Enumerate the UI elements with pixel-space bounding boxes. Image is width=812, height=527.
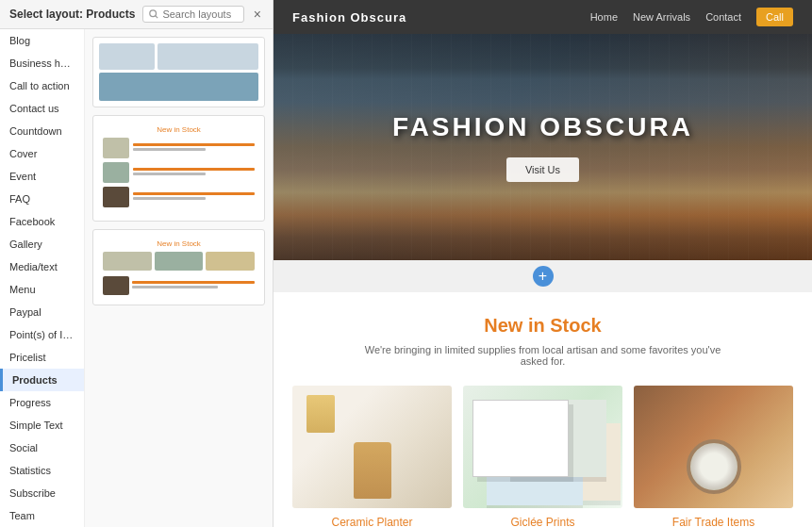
sidebar-item-faq[interactable]: FAQ xyxy=(0,188,84,210)
layout-option-3[interactable]: New in Stock xyxy=(92,229,265,305)
thumb2-heading: New in Stock xyxy=(103,125,255,134)
thumb2-product-img-2 xyxy=(103,162,129,183)
panel-header: Select layout: Products × xyxy=(0,0,273,29)
product-img-watch xyxy=(634,386,793,508)
product-card-1[interactable]: Ceramic Planter xyxy=(292,386,452,527)
thumb3-row-bottom xyxy=(103,276,255,295)
products-section: New in Stock We're bringing in limited s… xyxy=(273,292,812,527)
sidebar-item-call-to-action[interactable]: Call to action xyxy=(0,74,84,97)
sidebar-item-business-hours[interactable]: Business hours xyxy=(0,52,84,74)
add-section-button[interactable]: + xyxy=(533,266,554,287)
nav-link-new-arrivals[interactable]: New Arrivals xyxy=(633,11,690,23)
nav-link-contact[interactable]: Contact xyxy=(705,11,741,23)
thumb2-product-name-line-3 xyxy=(133,192,255,195)
thumb3-img-2 xyxy=(155,252,204,271)
sidebar-item-gallery[interactable]: Gallery xyxy=(0,233,84,255)
svg-point-0 xyxy=(150,10,157,17)
thumb2-product-text-3 xyxy=(133,192,255,202)
thumb1-img-bottom xyxy=(99,73,258,101)
panel-content: Blog Business hours Call to action Conta… xyxy=(0,29,273,527)
sidebar-item-subscribe[interactable]: Subscribe xyxy=(0,482,84,504)
sidebar-item-event[interactable]: Event xyxy=(0,165,84,188)
thumb2-product-desc-line-2 xyxy=(133,173,206,175)
search-bar[interactable] xyxy=(142,6,243,23)
thumb2-product-img-1 xyxy=(103,138,129,158)
layout-option-2[interactable]: New in Stock xyxy=(92,115,265,222)
sidebar-item-paypal[interactable]: Paypal xyxy=(0,301,84,323)
thumb3-name-line xyxy=(132,281,255,284)
thumb3-grid xyxy=(103,252,255,272)
category-nav: Blog Business hours Call to action Conta… xyxy=(0,29,85,527)
svg-line-1 xyxy=(156,16,158,19)
sidebar-item-progress[interactable]: Progress xyxy=(0,391,84,414)
thumb2-row-3 xyxy=(103,187,255,207)
products-heading: New in Stock xyxy=(292,315,793,337)
thumb1-preview xyxy=(99,43,258,101)
sidebar-item-menu[interactable]: Menu xyxy=(0,278,84,301)
products-subtext: We're bringing in limited supplies from … xyxy=(355,344,732,367)
layout-thumbnails: New in Stock xyxy=(85,29,273,527)
thumb3-img-3 xyxy=(206,252,255,271)
hero-cta-button[interactable]: Visit Us xyxy=(506,157,579,182)
hero-section: FASHION OBSCURA Visit Us xyxy=(273,34,812,260)
product-name-watch: Fair Trade Items xyxy=(634,516,793,527)
layout-option-1[interactable] xyxy=(92,37,265,107)
thumb3-preview: New in Stock xyxy=(99,236,258,299)
product-name-prints: Giclée Prints xyxy=(463,516,622,527)
thumb2-row-1 xyxy=(103,138,255,158)
sidebar-item-contact-us[interactable]: Contact us xyxy=(0,97,84,120)
thumb3-sm-img xyxy=(103,276,129,295)
product-img-prints xyxy=(463,386,622,508)
nav-cta-button[interactable]: Call xyxy=(756,8,793,26)
thumb1-img-small xyxy=(99,43,155,70)
thumb3-img-1 xyxy=(103,252,152,271)
sidebar-item-media-text[interactable]: Media/text xyxy=(0,255,84,278)
thumb3-heading: New in Stock xyxy=(103,239,255,248)
thumb2-product-desc-line-3 xyxy=(133,197,206,200)
layout-selector-panel: Select layout: Products × Blog Business … xyxy=(0,0,273,527)
product-card-3[interactable]: Fair Trade Items xyxy=(634,386,793,527)
thumb3-col-3 xyxy=(206,252,255,272)
sidebar-item-blog[interactable]: Blog xyxy=(0,29,84,52)
thumb2-product-name-line-2 xyxy=(133,168,255,171)
thumb2-product-img-3 xyxy=(103,187,129,207)
thumb3-col-2 xyxy=(155,252,204,272)
hero-title: FASHION OBSCURA xyxy=(392,112,693,142)
sidebar-item-social[interactable]: Social xyxy=(0,436,84,459)
search-input[interactable] xyxy=(162,8,237,20)
thumb1-img-large xyxy=(157,43,258,70)
add-section-row: + xyxy=(273,260,812,292)
thumb2-product-name-line xyxy=(133,143,255,146)
product-card-2[interactable]: Giclée Prints xyxy=(463,386,622,527)
website-preview: Fashion Obscura Home New Arrivals Contac… xyxy=(273,0,812,527)
nav-links: Home New Arrivals Contact Call xyxy=(590,8,793,26)
thumb2-product-desc-line xyxy=(133,148,206,151)
product-img-ceramic xyxy=(292,386,452,508)
thumb2-row-2 xyxy=(103,162,255,183)
website-navbar: Fashion Obscura Home New Arrivals Contac… xyxy=(273,0,812,34)
thumb3-sm-text xyxy=(132,281,255,290)
sidebar-item-facebook[interactable]: Facebook xyxy=(0,210,84,233)
search-icon xyxy=(149,9,158,19)
site-logo: Fashion Obscura xyxy=(292,10,406,25)
close-button[interactable]: × xyxy=(252,7,263,22)
nav-link-home[interactable]: Home xyxy=(590,11,618,23)
panel-title: Select layout: Products xyxy=(9,8,135,21)
sidebar-item-points-of-interest[interactable]: Point(s) of Interest xyxy=(0,323,84,346)
thumb3-col-1 xyxy=(103,252,152,272)
thumb2-preview: New in Stock xyxy=(99,122,258,215)
thumb2-product-text-1 xyxy=(133,143,255,153)
sidebar-item-products[interactable]: Products xyxy=(0,369,84,391)
sidebar-item-statistics[interactable]: Statistics xyxy=(0,459,84,482)
thumb3-desc-line xyxy=(132,286,218,288)
sidebar-item-countdown[interactable]: Countdown xyxy=(0,120,84,142)
hero-text-container: FASHION OBSCURA Visit Us xyxy=(392,112,693,182)
product-name-ceramic: Ceramic Planter xyxy=(292,516,452,527)
sidebar-item-team[interactable]: Team xyxy=(0,504,84,527)
products-grid: Ceramic Planter Giclée Prints Fair Trade… xyxy=(292,386,793,527)
sidebar-item-simple-text[interactable]: Simple Text xyxy=(0,414,84,436)
sidebar-item-pricelist[interactable]: Pricelist xyxy=(0,346,84,369)
thumb1-top xyxy=(99,43,258,70)
sidebar-item-cover[interactable]: Cover xyxy=(0,142,84,165)
thumb2-product-text-2 xyxy=(133,168,255,177)
